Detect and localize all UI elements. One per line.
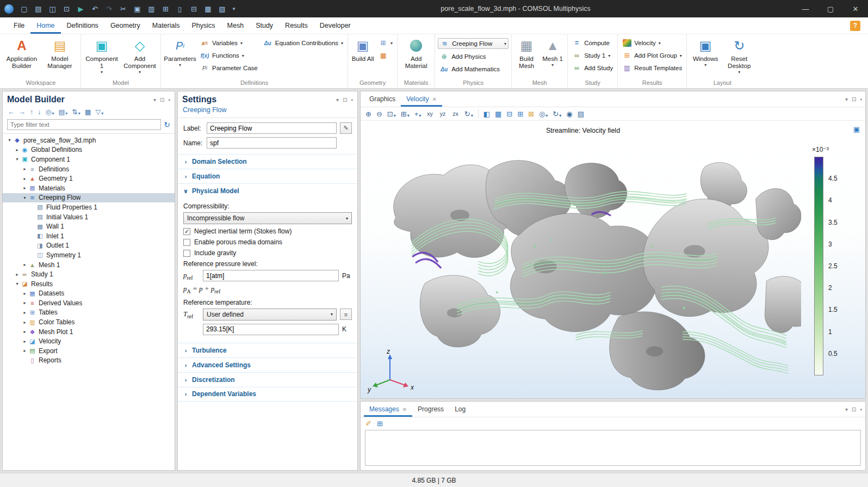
menu-tab-physics[interactable]: Physics [185,17,221,34]
close-panel-icon[interactable]: ▪ [860,96,862,102]
add-study-button[interactable]: ∞ Add Study [571,63,615,73]
copy-log-icon[interactable]: ⊞ [377,420,383,428]
add-material-button[interactable]: Add Material [399,35,433,70]
paste-icon[interactable]: ▥ [145,2,158,16]
float-panel-icon[interactable]: ⊡ [160,97,164,103]
section-discretization[interactable]: ›Discretization [178,372,357,387]
move-down-icon[interactable]: ↓ [38,108,41,116]
sort-icon[interactable]: ⇅▾ [72,108,80,116]
tree-item-symmetry1[interactable]: ◫Symmetry 1 [3,250,175,260]
tab-progress[interactable]: Progress [412,402,449,417]
physics-interface-select[interactable]: ≋ Creeping Flow ▾ [438,38,509,49]
update-view-icon[interactable]: ↻▾ [464,110,473,118]
menu-tab-developer[interactable]: Developer [314,17,357,34]
close-tab-icon[interactable]: ✕ [432,96,436,102]
compressibility-select[interactable]: Incompressible flow ▾ [183,212,352,224]
temperature-input[interactable] [203,324,339,335]
close-button[interactable]: ✕ [843,0,868,17]
close-tab-icon[interactable]: ✕ [402,406,407,412]
reference-temperature-select[interactable]: User defined ▾ [203,309,337,320]
tree-item-materials[interactable]: ▸▦Materials [3,183,175,193]
menu-tab-file[interactable]: File [8,17,30,34]
zoom-in-icon[interactable]: ⊕ [365,110,371,118]
add-component-button[interactable]: ◇ Add Component ▾ [121,35,159,75]
tree-item-global-definitions[interactable]: ▸◉Global Definitions [3,145,175,155]
view-xy-button[interactable]: xy [426,110,434,118]
menu-tab-home[interactable]: Home [30,17,60,34]
component1-button[interactable]: ▣ Component 1 ▾ [83,35,121,75]
split-screen-icon[interactable]: ⊟ [506,110,512,118]
toolbar-menu-chevron[interactable]: ▾ [230,6,238,11]
tile-windows-icon[interactable]: ⊞ [517,110,523,118]
tree-item-datasets[interactable]: ▸▦Datasets [3,289,175,299]
preview-icon[interactable]: ⊡ [60,2,73,16]
edit-table-icon[interactable]: ▦ [201,2,215,16]
measure-button[interactable]: ▦ [377,51,394,60]
tree-item-mesh1[interactable]: ▸▲Mesh 1 [3,260,175,270]
build-mesh-button[interactable]: ▦ Build Mesh [513,35,540,70]
result-templates-button[interactable]: ▥ Result Templates [621,63,684,73]
tab-messages[interactable]: Messages✕ [364,402,412,417]
label-input[interactable] [207,122,337,134]
tree-item-tables[interactable]: ▸⊞Tables [3,308,175,318]
tree-item-definitions[interactable]: ▸≡Definitions [3,164,175,174]
model-manager-button[interactable]: ▤ Model Manager [41,35,79,70]
section-domain-selection[interactable]: ›Domain Selection [178,154,357,169]
menu-tab-study[interactable]: Study [250,17,279,34]
close-panel-icon[interactable]: ▪ [351,97,353,103]
expander-icon[interactable]: ▸ [21,262,28,267]
cut-icon[interactable]: ✂ [116,2,130,16]
lock-view-icon[interactable]: ⊠ [528,110,534,118]
tab-graphics[interactable]: Graphics [364,91,401,107]
application-builder-button[interactable]: A Application Builder [3,35,41,70]
expander-icon[interactable]: ▸ [14,272,21,277]
include-gravity-checkbox[interactable]: Include gravity [183,249,352,257]
undo-icon[interactable]: ↶ [88,2,102,16]
section-dependent-variables[interactable]: ›Dependent Variables [178,387,357,402]
plot-properties-icon[interactable]: ▣ [853,125,860,133]
menu-tab-results[interactable]: Results [279,17,314,34]
delete-icon[interactable]: ▯ [173,2,187,16]
variables-button[interactable]: a= Variables ▾ [199,38,259,48]
copy-icon[interactable]: ▣ [131,2,144,16]
zoom-out-icon[interactable]: ⊖ [376,110,382,118]
new-icon[interactable]: ▢ [17,2,31,16]
menu-tab-definitions[interactable]: Definitions [61,17,104,34]
add-plot-group-button[interactable]: ⊞ Add Plot Group ▾ [621,51,684,60]
expander-icon[interactable]: ▸ [21,320,28,325]
forward-icon[interactable]: → [19,108,26,116]
reset-scene-icon[interactable]: ↻▾ [553,110,561,118]
redo-icon[interactable]: ↷ [102,2,116,16]
expander-icon[interactable]: ▾ [21,195,28,200]
compute-button[interactable]: = Compute [571,38,615,48]
show-grid-icon[interactable]: ▦ [495,110,501,118]
environment-icon[interactable]: ◎▾ [539,110,548,118]
view-yz-button[interactable]: yz [439,110,447,118]
expander-icon[interactable]: ▸ [21,186,28,190]
help-button[interactable]: ? [850,21,860,31]
filter-icon[interactable]: ▽▾ [96,108,104,116]
tree-item-root[interactable]: ▾◆pore_scale_flow_3d.mph [3,135,175,145]
back-icon[interactable]: ← [8,108,15,116]
section-physical-model[interactable]: ∨Physical Model [178,183,357,198]
zoom-box-icon[interactable]: ⊞▾ [401,110,410,118]
move-up-icon[interactable]: ↑ [30,108,33,116]
insert-sequence-button[interactable]: ⊞ ▾ [377,38,394,48]
view-zx-button[interactable]: zx [451,110,460,118]
expander-icon[interactable]: ▸ [21,291,28,296]
tree-item-reports[interactable]: ▯Reports [3,356,175,366]
clear-log-icon[interactable]: ✐ [365,420,371,428]
default-view-icon[interactable]: +▾ [414,110,421,118]
stokes-flow-checkbox[interactable]: ✓ Neglect inertial term (Stokes flow) [183,227,352,235]
save-icon[interactable]: ◫ [46,2,59,16]
tab-velocity[interactable]: Velocity✕ [401,91,442,107]
panel-menu-icon[interactable]: ▾ [845,406,848,412]
close-panel-icon[interactable]: ▪ [860,406,862,412]
float-panel-icon[interactable]: ⊡ [343,97,347,103]
maximize-button[interactable]: ▢ [818,0,843,17]
tab-log[interactable]: Log [449,402,471,417]
node-group-icon[interactable]: ▤▾ [58,108,67,116]
section-turbulence[interactable]: ›Turbulence [178,343,357,357]
parameters-button[interactable]: Pi Parameters ▾ [163,35,197,67]
open-icon[interactable]: ▤ [32,2,45,16]
